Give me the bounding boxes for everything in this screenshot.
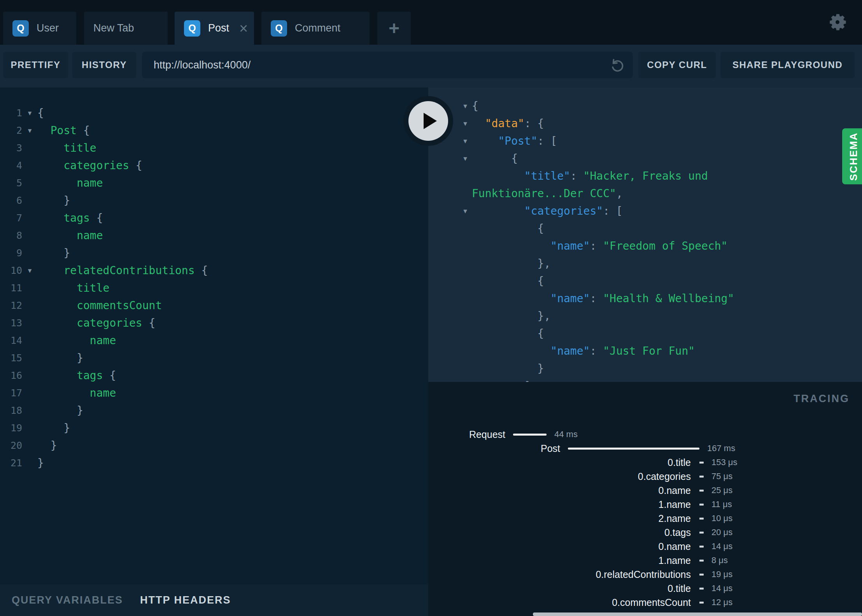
tracing-duration-value: 11 μs — [711, 499, 732, 509]
tracing-row: 2.name10 μs — [428, 512, 862, 525]
line-number: 21 — [0, 457, 22, 469]
fold-arrow-icon[interactable]: ▾ — [22, 266, 37, 275]
fold-arrow-icon[interactable]: ▾ — [22, 108, 37, 117]
editor-line[interactable]: 3 title — [0, 139, 428, 157]
line-number: 16 — [0, 370, 22, 381]
editor-line[interactable]: 2▾ Post { — [0, 122, 428, 139]
line-number: 13 — [0, 317, 22, 329]
collapse-arrow-icon[interactable]: ▾ — [459, 119, 472, 128]
editor-line[interactable]: 6 } — [0, 192, 428, 209]
response-line: { — [428, 220, 862, 237]
collapse-arrow-icon[interactable]: ▾ — [459, 154, 472, 163]
editor-line[interactable]: 5 name — [0, 174, 428, 192]
tab-label: User — [37, 22, 59, 34]
reload-schema-icon[interactable] — [609, 56, 626, 74]
response-line: { — [428, 272, 862, 290]
history-button[interactable]: HISTORY — [72, 52, 136, 78]
horizontal-scrollbar[interactable] — [533, 612, 862, 616]
tracing-row: 1.name11 μs — [428, 498, 862, 511]
tracing-row: 0.tags20 μs — [428, 526, 862, 539]
tracing-duration-tick — [699, 532, 704, 534]
editor-line[interactable]: 8 name — [0, 227, 428, 244]
close-tab-icon[interactable]: × — [239, 21, 248, 36]
tab-user[interactable]: QUser — [3, 12, 76, 45]
tracing-row: 0.title153 μs — [428, 456, 862, 469]
tab-comment[interactable]: QComment — [261, 12, 370, 45]
response-line: ▾ "categories": [ — [428, 202, 862, 220]
collapse-arrow-icon[interactable]: ▾ — [459, 102, 472, 110]
response-line: }, — [428, 255, 862, 272]
response-line: ] — [428, 377, 862, 382]
tracing-duration-value: 153 μs — [711, 457, 738, 467]
editor-line[interactable]: 7 tags { — [0, 209, 428, 227]
response-json: ▾{▾ "data": {▾ "Post": [▾ { "title": "Ha… — [428, 97, 862, 382]
tracing-row: Request44 ms — [428, 428, 862, 441]
line-number: 1 — [0, 107, 22, 119]
tracing-panel: TRACING Request44 msPost167 ms0.title153… — [428, 382, 862, 616]
tracing-row-label: 0.relatedContributions — [428, 569, 691, 580]
collapse-arrow-icon[interactable]: ▾ — [459, 136, 472, 145]
query-variables-tab[interactable]: QUERY VARIABLES — [12, 594, 123, 606]
editor-line[interactable]: 4 categories { — [0, 157, 428, 174]
tracing-duration-tick — [699, 504, 704, 506]
line-number: 20 — [0, 440, 22, 451]
execute-query-button[interactable] — [403, 96, 453, 146]
editor-line[interactable]: 1▾{ — [0, 104, 428, 122]
tracing-duration-value: 75 μs — [711, 471, 732, 481]
tracing-row: Post167 ms — [428, 442, 862, 455]
line-number: 19 — [0, 422, 22, 434]
copy-curl-button[interactable]: COPY CURL — [638, 52, 716, 78]
toolbar: PRETTIFY HISTORY COPY CURL SHARE PLAYGRO… — [0, 45, 862, 88]
tab-new-tab[interactable]: New Tab — [84, 12, 168, 45]
editor-line[interactable]: 19 } — [0, 419, 428, 437]
tracing-duration-tick — [699, 546, 704, 548]
tab-label: Comment — [295, 22, 340, 34]
tracing-duration-tick — [699, 602, 704, 604]
editor-line[interactable]: 13 categories { — [0, 314, 428, 332]
editor-line[interactable]: 17 name — [0, 384, 428, 402]
prettify-button[interactable]: PRETTIFY — [3, 52, 68, 78]
query-badge-icon: Q — [271, 20, 287, 37]
response-line: ▾{ — [428, 97, 862, 115]
editor-line[interactable]: 20 } — [0, 437, 428, 454]
tracing-duration-value: 10 μs — [711, 513, 732, 523]
tracing-row-label: 1.name — [428, 555, 691, 566]
new-tab-button[interactable]: + — [377, 12, 411, 45]
response-pane: ▾{▾ "data": {▾ "Post": [▾ { "title": "Ha… — [428, 88, 862, 382]
share-playground-button[interactable]: SHARE PLAYGROUND — [720, 52, 855, 78]
editor-line[interactable]: 11 title — [0, 279, 428, 297]
editor-line[interactable]: 21} — [0, 454, 428, 472]
endpoint-url-input[interactable] — [142, 59, 609, 71]
response-line: { — [428, 325, 862, 342]
tracing-duration-tick — [699, 518, 704, 520]
editor-line[interactable]: 10▾ relatedContributions { — [0, 262, 428, 279]
editor-line[interactable]: 18 } — [0, 402, 428, 419]
tracing-row-label: Post — [428, 443, 560, 454]
editor-line[interactable]: 14 name — [0, 332, 428, 349]
editor-line[interactable]: 15 } — [0, 349, 428, 367]
tab-post[interactable]: QPost× — [175, 12, 254, 45]
tracing-duration-tick — [699, 490, 704, 492]
settings-gear-icon[interactable] — [827, 12, 848, 33]
collapse-arrow-icon[interactable]: ▾ — [459, 206, 472, 215]
line-number: 14 — [0, 335, 22, 346]
response-line: "name": "Freedom of Speech" — [428, 237, 862, 255]
tracing-duration-bar — [568, 448, 699, 450]
http-headers-tab[interactable]: HTTP HEADERS — [140, 594, 231, 606]
query-editor-pane[interactable]: 1▾{2▾ Post {3 title4 categories {5 name6… — [0, 88, 428, 616]
schema-tab-button[interactable]: SCHEMA — [842, 128, 862, 184]
tracing-row: 0.name25 μs — [428, 484, 862, 497]
tracing-duration-value: 8 μs — [711, 555, 728, 565]
response-line: Funktionäre...Der CCC", — [428, 185, 862, 202]
tracing-duration-value: 167 ms — [707, 443, 735, 453]
editor-line[interactable]: 9 } — [0, 244, 428, 262]
response-line: ▾ { — [428, 150, 862, 167]
query-editor-code[interactable]: 1▾{2▾ Post {3 title4 categories {5 name6… — [0, 104, 428, 472]
response-line: ▾ "data": { — [428, 115, 862, 132]
fold-arrow-icon[interactable]: ▾ — [22, 126, 37, 135]
tracing-row-label: 0.commentsCount — [428, 597, 691, 608]
editor-line[interactable]: 12 commentsCount — [0, 297, 428, 314]
editor-line[interactable]: 16 tags { — [0, 367, 428, 384]
tab-label: Post — [208, 22, 229, 34]
response-line: } — [428, 360, 862, 377]
